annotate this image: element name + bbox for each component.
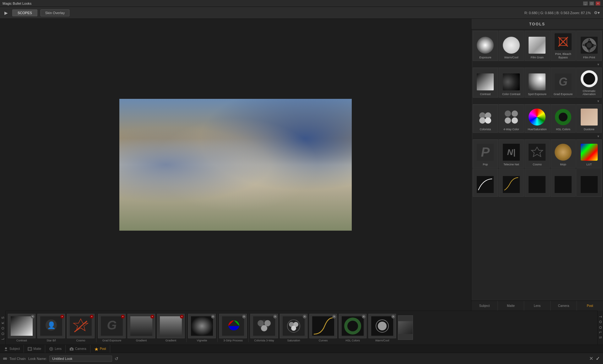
film-item-grad[interactable]: × G Grad Exposure <box>98 314 126 342</box>
film-close-hslcolors[interactable]: × <box>362 315 366 318</box>
telecinenet-icon: N| <box>503 144 520 161</box>
film-close-gradient2[interactable]: × <box>180 315 184 318</box>
film-item-gradient2[interactable]: × Gradient <box>157 314 185 342</box>
film-close-gradient[interactable]: × <box>150 315 154 318</box>
tool-post-curves[interactable] <box>576 169 602 197</box>
film-thumb-cosmo[interactable]: × <box>67 314 95 338</box>
film-close-3strip[interactable]: × <box>242 315 246 318</box>
film-thumb-hslcolors[interactable]: × <box>339 314 367 338</box>
film-close-colorista3way[interactable]: × <box>273 315 277 318</box>
tool-gradexposure[interactable]: G Grad Exposure <box>551 68 576 98</box>
film-item-partial[interactable] <box>398 315 413 340</box>
tool-camera-curves[interactable] <box>551 169 576 197</box>
film-close-warmcool[interactable]: × <box>391 315 395 318</box>
svg-rect-23 <box>11 316 33 336</box>
lookchain-bar: Tool Chain Look Name: ↺ ✕ ✓ <box>0 353 603 364</box>
film-thumb-colorista3way[interactable]: × <box>250 314 278 338</box>
film-thumb-vignette[interactable]: × <box>188 314 216 338</box>
warmcool-label: Warm/Cool <box>504 56 519 59</box>
tool-subject-curves[interactable] <box>473 169 498 197</box>
film-item-warmcool[interactable]: × Warm/Cool <box>368 314 396 342</box>
film-close-vignette[interactable]: × <box>211 315 215 318</box>
film-close-curves[interactable]: × <box>332 315 336 318</box>
film-thumb-curves[interactable]: × <box>309 314 337 338</box>
tab-subject[interactable]: Subject <box>471 301 498 311</box>
tool-hslcolors[interactable]: HSL Colors <box>551 104 576 133</box>
dismiss-button[interactable]: ✕ <box>589 356 593 361</box>
film-thumb-star[interactable]: × 👤 <box>37 314 65 338</box>
film-thumb-warmcool[interactable]: × <box>368 314 396 338</box>
tab-skin-overlay[interactable]: Skin Overlay <box>41 9 69 16</box>
film-item-hslcolors[interactable]: × HSL Colors <box>339 314 367 342</box>
nav-arrow[interactable]: ▶ <box>3 9 9 17</box>
film-label-gradient2: Gradient <box>166 339 177 342</box>
tool-spotexposure[interactable]: Spot Exposure <box>524 68 550 98</box>
tool-lut[interactable]: LUT <box>576 140 602 168</box>
film-close-cosmo[interactable]: × <box>90 315 94 318</box>
confirm-button[interactable]: ✓ <box>596 356 600 361</box>
film-item-vignette[interactable]: × Vignette <box>188 314 216 342</box>
film-close-star[interactable]: × <box>60 315 64 318</box>
looks-label-panel: L O O K S <box>0 311 6 345</box>
telecinenet-label: Telecine Net <box>503 163 519 166</box>
tool-colorcontrast[interactable]: Color Contrast <box>499 68 524 98</box>
film-item-colorista3way[interactable]: × Colorista 3-Way <box>250 314 278 342</box>
tool-duotone[interactable]: Duotone <box>576 104 602 133</box>
film-close-saturation[interactable]: × <box>303 315 307 318</box>
tools-row-4: P Pop N| Telecine Net <box>473 140 602 168</box>
tool-chromaticab[interactable]: Chromatic Aberration <box>576 68 602 98</box>
exposure-thumb <box>474 36 496 55</box>
tool-exposure[interactable]: Exposure <box>473 31 498 61</box>
camera-curves-thumb <box>552 175 574 194</box>
matte-curves-thumb <box>500 175 522 194</box>
film-close-contrast[interactable]: × <box>31 315 35 318</box>
tool-filmprint[interactable]: Film Print <box>576 31 602 61</box>
tool-cosmo[interactable]: Cosmo <box>524 140 550 168</box>
matte-icon <box>28 347 32 351</box>
spotexposure-icon <box>529 73 546 90</box>
film-close-grad[interactable]: × <box>121 315 125 318</box>
film-thumb-3strip[interactable]: × <box>219 314 247 338</box>
film-item-cosmo[interactable]: × Cosmo <box>67 314 95 342</box>
close-button[interactable]: × <box>595 1 600 6</box>
svg-rect-33 <box>160 316 182 336</box>
minimize-button[interactable]: _ <box>583 1 588 6</box>
maximize-button[interactable]: □ <box>589 1 594 6</box>
tools-row-5 <box>473 169 602 197</box>
tool-lens-curves[interactable] <box>524 169 550 197</box>
tab-lens[interactable]: Lens <box>524 301 551 311</box>
reset-button[interactable]: ↺ <box>115 356 118 361</box>
film-item-gradient[interactable]: × Gradient <box>127 314 155 342</box>
tool-huesat[interactable]: Hue/Saturation <box>524 104 550 133</box>
film-thumb-contrast[interactable]: × <box>8 314 35 338</box>
tab-matte[interactable]: Matte <box>498 301 524 311</box>
film-item-curves[interactable]: × Curves <box>309 314 337 342</box>
film-thumb-saturation[interactable]: × <box>280 314 307 338</box>
tool-pop[interactable]: P Pop <box>473 140 498 168</box>
tab-post[interactable]: Post <box>577 301 603 311</box>
film-item-star[interactable]: × 👤 Star B/l <box>37 314 65 342</box>
film-thumb-gradient[interactable]: × <box>128 314 155 338</box>
film-thumb-grad[interactable]: × G <box>98 314 126 338</box>
tool-mojo[interactable]: Mojo <box>551 140 576 168</box>
tab-camera[interactable]: Camera <box>551 301 577 311</box>
tab-scopes[interactable]: SCOPES <box>12 9 37 16</box>
film-item-contrast[interactable]: × Contrast <box>8 314 36 342</box>
warmcool-thumb <box>500 36 522 55</box>
film-item-3strip[interactable]: × 3-Strip Process <box>219 314 247 342</box>
tool-telecinenet[interactable]: N| Telecine Net <box>499 140 524 168</box>
svg-point-9 <box>485 117 491 124</box>
film-thumb-gradient2[interactable]: × <box>157 314 185 338</box>
tool-colorista[interactable]: Colorista <box>473 104 498 133</box>
tool-printbleach[interactable]: Print, Bleach Bypass <box>551 31 576 61</box>
lookname-input[interactable] <box>49 356 112 362</box>
gear-icon[interactable]: ⚙▾ <box>594 10 600 15</box>
tool-filmgrain[interactable]: Film Grain <box>524 31 550 61</box>
tool-matte-curves[interactable] <box>499 169 524 197</box>
tool-warmcool[interactable]: Warm/Cool <box>499 31 524 61</box>
lookname-label: Look Name: <box>28 357 47 361</box>
film-thumb-partial[interactable] <box>398 315 413 340</box>
tool-4waycolor[interactable]: 4-Way Color <box>499 104 524 133</box>
film-item-saturation[interactable]: × Saturation <box>280 314 308 342</box>
tool-contrast[interactable]: Contrast <box>473 68 498 98</box>
